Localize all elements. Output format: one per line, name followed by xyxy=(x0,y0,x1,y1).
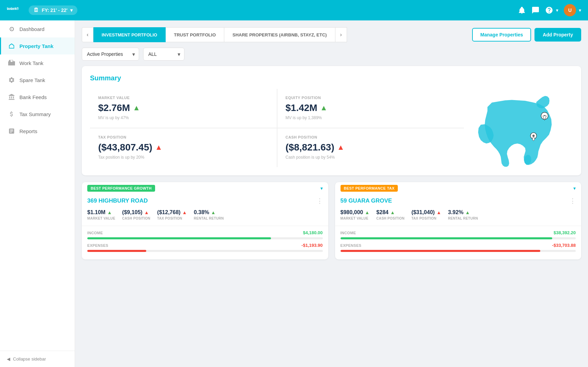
badge-tax: BEST PERFORMANCE TAX xyxy=(341,185,398,192)
stat-tax-position: ($12,768) ▲ TAX POSITION xyxy=(157,209,187,220)
expenses-progress xyxy=(87,250,323,252)
metric-subtitle: MV is up by 1,389% xyxy=(286,115,456,120)
notification-icon[interactable] xyxy=(518,6,526,14)
tab-share-properties[interactable]: SHARE PROPERTIES (AIRBNB, STAYZ, ETC) xyxy=(224,27,335,42)
avatar-chevron-icon: ▾ xyxy=(579,7,581,13)
metric-value: $2.76M xyxy=(98,102,130,113)
metric-value-row: ($8,821.63) ▲ xyxy=(286,142,456,153)
arrow-up-red-icon: ▲ xyxy=(144,210,149,215)
stat-label: RENTAL RETURN xyxy=(194,217,224,220)
chat-icon[interactable] xyxy=(531,6,540,14)
reports-icon xyxy=(8,127,15,135)
card-address-row-2: 59 GUARA GROVE ⋮ xyxy=(335,194,582,209)
metric-cash-position: CASH POSITION ($8,821.63) ▲ Cash positio… xyxy=(277,128,464,167)
metric-value: ($8,821.63) xyxy=(286,142,334,153)
tab-investment-portfolio[interactable]: INVESTMENT PORTFOLIO xyxy=(93,27,166,42)
sidebar-item-reports[interactable]: Reports xyxy=(0,123,75,140)
sidebar-item-label: Bank Feeds xyxy=(19,94,47,100)
sidebar-item-label: Dashboard xyxy=(19,26,44,32)
arrow-up-red-icon: ▲ xyxy=(436,210,441,215)
stat-label: MARKET VALUE xyxy=(341,217,370,220)
arrow-up-red-icon: ▲ xyxy=(337,143,345,152)
sidebar-item-dashboard[interactable]: ⊙ Dashboard xyxy=(0,20,75,37)
help-icon[interactable] xyxy=(545,6,553,14)
australia-map-area: 2 xyxy=(464,89,573,167)
app-logo: taxtank® xyxy=(7,5,18,16)
portfolio-filter-wrapper: ALL Investment Trust xyxy=(143,48,184,61)
arrow-up-icon: ▲ xyxy=(211,210,216,215)
stat-label: CASH POSITION xyxy=(122,217,150,220)
card-address-1[interactable]: 369 HIGHBURY ROAD xyxy=(87,197,148,204)
logo-reg: ® xyxy=(16,7,18,11)
expenses-label: EXPENSES xyxy=(341,243,362,248)
avatar[interactable]: U xyxy=(564,4,576,16)
sidebar: ⊙ Dashboard Property Tank Work Tank Spar… xyxy=(0,20,75,367)
metric-label: TAX POSITION xyxy=(98,135,269,139)
summary-title: Summary xyxy=(90,74,573,82)
add-property-btn[interactable]: Add Property xyxy=(534,28,581,42)
card-stats-1: $1.10M ▲ MARKET VALUE ($9,105) ▲ CASH PO… xyxy=(82,209,328,226)
metric-equity-position: EQUITY POSITION $1.42M ▲ MV is up by 1,3… xyxy=(277,89,464,128)
metric-subtitle: Cash position is up by 54% xyxy=(286,155,456,160)
metric-subtitle: MV is up by 47% xyxy=(98,115,269,120)
metric-market-value: MARKET VALUE $2.76M ▲ MV is up by 47% xyxy=(90,89,277,128)
sidebar-item-label: Spare Tank xyxy=(19,77,45,83)
app-header: taxtank® 🗓 FY: 21' - 22' ▾ ▾ U ▾ xyxy=(0,0,588,20)
stat-label: RENTAL RETURN xyxy=(448,217,478,220)
card-menu-icon[interactable]: ⋮ xyxy=(317,197,323,205)
status-filter-wrapper: Active Properties All Properties Inactiv… xyxy=(82,48,139,61)
income-label: INCOME xyxy=(341,231,356,235)
card-dropdown-icon[interactable]: ▾ xyxy=(320,186,323,191)
stat-value: ($12,768) xyxy=(157,209,181,216)
property-cards: BEST PERFORMANCE GROWTH ▾ 369 HIGHBURY R… xyxy=(82,182,581,259)
stat-value: ($31,040) xyxy=(411,209,435,216)
card-income-expenses-2: INCOME $38,392.20 EXPENSES -$33,703.88 xyxy=(335,226,582,259)
tab-prev-btn[interactable]: ‹ xyxy=(82,27,93,42)
stat-cash-position: ($9,105) ▲ CASH POSITION xyxy=(122,209,150,220)
arrow-up-icon: ▲ xyxy=(465,210,470,215)
expenses-row: EXPENSES -$1,193.90 xyxy=(87,243,323,248)
layout: ⊙ Dashboard Property Tank Work Tank Spar… xyxy=(0,0,588,266)
collapse-label: Collapse sidebar xyxy=(13,356,46,362)
metric-label: EQUITY POSITION xyxy=(286,96,456,100)
sidebar-item-property-tank[interactable]: Property Tank xyxy=(0,37,75,54)
property-card-1: BEST PERFORMANCE GROWTH ▾ 369 HIGHBURY R… xyxy=(82,182,328,259)
income-row: INCOME $4,180.00 xyxy=(87,230,323,235)
tab-next-btn[interactable]: › xyxy=(335,27,347,42)
sidebar-item-spare-tank[interactable]: Spare Tank xyxy=(0,71,75,89)
sidebar-item-work-tank[interactable]: Work Tank xyxy=(0,54,75,71)
sidebar-item-tax-summary[interactable]: Tax Summary xyxy=(0,106,75,123)
stat-label: TAX POSITION xyxy=(411,217,441,220)
tax-summary-icon xyxy=(8,110,15,118)
stat-rental-return: 0.38% ▲ RENTAL RETURN xyxy=(194,209,224,220)
dashboard-icon: ⊙ xyxy=(8,25,15,33)
fy-selector[interactable]: 🗓 FY: 21' - 22' ▾ xyxy=(29,5,77,15)
card-address-row-1: 369 HIGHBURY ROAD ⋮ xyxy=(82,194,328,209)
arrow-up-icon: ▲ xyxy=(107,210,112,215)
sidebar-item-label: Reports xyxy=(19,128,37,134)
portfolio-filter[interactable]: ALL Investment Trust xyxy=(143,48,184,61)
stat-cash-position: $284 ▲ CASH POSITION xyxy=(376,209,405,220)
card-menu-icon[interactable]: ⋮ xyxy=(570,197,576,205)
header-right: ▾ U ▾ xyxy=(518,4,581,16)
tab-trust-portfolio[interactable]: TRUST PORTFOLIO xyxy=(166,27,224,42)
summary-metrics: MARKET VALUE $2.76M ▲ MV is up by 47% EQ… xyxy=(90,89,464,167)
arrow-up-red-icon: ▲ xyxy=(155,143,163,152)
income-bar xyxy=(87,237,271,239)
card-dropdown-icon[interactable]: ▾ xyxy=(573,186,576,191)
status-filter[interactable]: Active Properties All Properties Inactiv… xyxy=(82,48,139,61)
sidebar-item-bank-feeds[interactable]: Bank Feeds xyxy=(0,89,75,106)
collapse-icon: ◀ xyxy=(7,356,10,362)
metric-value-row: ($43,807.45) ▲ xyxy=(98,142,269,153)
svg-point-4 xyxy=(532,137,535,141)
summary-content: MARKET VALUE $2.76M ▲ MV is up by 47% EQ… xyxy=(90,89,573,167)
expenses-row: EXPENSES -$33,703.88 xyxy=(341,243,576,248)
australia-map-svg: 2 xyxy=(474,89,563,167)
collapse-sidebar-btn[interactable]: ◀ Collapse sidebar xyxy=(0,351,75,367)
manage-properties-btn[interactable]: Manage Properties xyxy=(472,28,531,42)
arrow-up-icon: ▲ xyxy=(320,103,328,112)
card-address-2[interactable]: 59 GUARA GROVE xyxy=(341,197,392,204)
svg-point-5 xyxy=(532,135,535,137)
tab-label: SHARE PROPERTIES (AIRBNB, STAYZ, ETC) xyxy=(232,32,327,37)
stat-label: CASH POSITION xyxy=(376,217,405,220)
